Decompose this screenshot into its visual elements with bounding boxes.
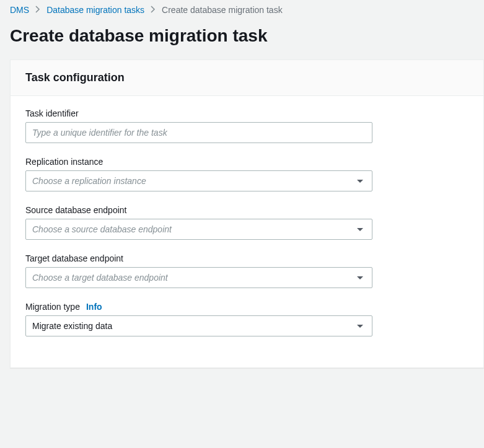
breadcrumb-current: Create database migration task bbox=[162, 5, 283, 15]
chevron-right-icon bbox=[151, 5, 156, 15]
chevron-down-icon bbox=[357, 276, 363, 279]
label-target-endpoint: Target database endpoint bbox=[25, 253, 469, 263]
source-endpoint-select[interactable]: Choose a source database endpoint bbox=[25, 219, 372, 240]
info-link[interactable]: Info bbox=[86, 302, 102, 312]
panel-header: Task configuration bbox=[11, 60, 483, 96]
panel-body: Task identifier Replication instance Cho… bbox=[11, 96, 483, 367]
field-target-endpoint: Target database endpoint Choose a target… bbox=[25, 253, 469, 288]
label-replication-instance: Replication instance bbox=[25, 157, 469, 167]
panel-title: Task configuration bbox=[25, 71, 469, 84]
select-placeholder: Choose a target database endpoint bbox=[32, 273, 168, 283]
chevron-down-icon bbox=[357, 180, 363, 183]
target-endpoint-select[interactable]: Choose a target database endpoint bbox=[25, 267, 372, 288]
chevron-right-icon bbox=[35, 5, 40, 15]
field-replication-instance: Replication instance Choose a replicatio… bbox=[25, 157, 469, 191]
field-task-identifier: Task identifier bbox=[25, 108, 469, 143]
task-config-panel: Task configuration Task identifier Repli… bbox=[10, 59, 484, 368]
label-source-endpoint: Source database endpoint bbox=[25, 205, 469, 215]
select-placeholder: Choose a replication instance bbox=[32, 176, 146, 186]
breadcrumb-link-tasks[interactable]: Database migration tasks bbox=[46, 5, 144, 15]
breadcrumb-link-dms[interactable]: DMS bbox=[10, 5, 29, 15]
page-title: Create database migration task bbox=[0, 15, 484, 59]
select-placeholder: Choose a source database endpoint bbox=[32, 224, 172, 234]
select-value: Migrate existing data bbox=[32, 321, 112, 331]
chevron-down-icon bbox=[357, 228, 363, 231]
field-source-endpoint: Source database endpoint Choose a source… bbox=[25, 205, 469, 240]
breadcrumb: DMS Database migration tasks Create data… bbox=[0, 0, 484, 15]
migration-type-select[interactable]: Migrate existing data bbox=[25, 315, 372, 336]
chevron-down-icon bbox=[357, 325, 363, 328]
replication-instance-select[interactable]: Choose a replication instance bbox=[25, 170, 372, 191]
field-migration-type: Migration type Info Migrate existing dat… bbox=[25, 302, 469, 336]
task-identifier-input[interactable] bbox=[25, 122, 372, 143]
label-task-identifier: Task identifier bbox=[25, 108, 469, 118]
label-text: Migration type bbox=[25, 302, 80, 312]
label-migration-type: Migration type Info bbox=[25, 302, 469, 312]
